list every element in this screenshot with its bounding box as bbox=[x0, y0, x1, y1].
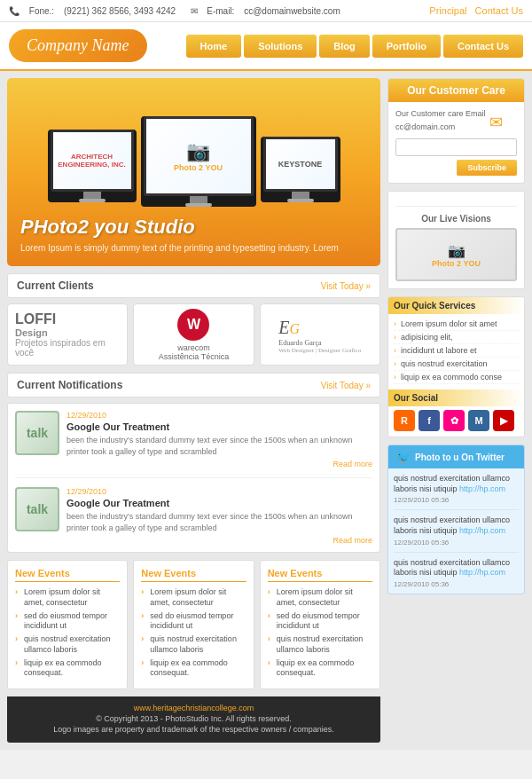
tweet-link-2[interactable]: http://hp.com bbox=[459, 568, 505, 577]
hero-title: PHoto2 you Studio bbox=[20, 216, 367, 239]
principal-link[interactable]: Principal bbox=[429, 5, 466, 16]
rss-icon[interactable]: R bbox=[394, 410, 415, 431]
events-row: New Events Lorem ipsum dolor sit amet, c… bbox=[7, 560, 380, 689]
footer-copyright: © Copyright 2013 - PhotoStudio Inc. All … bbox=[14, 714, 373, 723]
nav-portfolio[interactable]: Portfolio bbox=[372, 35, 441, 58]
quick-services-list: Lorem ipsum dolor sit amet adipisicing e… bbox=[388, 318, 524, 384]
company-logo: Company Name bbox=[9, 29, 147, 62]
event-col-2: New Events Lorem ipsum dolor sit amet, c… bbox=[133, 560, 254, 689]
monitor-stand-right bbox=[292, 192, 309, 199]
event-item-1-3: liquip ex ea commodo consequat. bbox=[15, 658, 120, 679]
notif-bar: Current Notifications Visit Today bbox=[7, 373, 380, 397]
monitor-right: KEYSTONE bbox=[261, 137, 340, 202]
nav-home[interactable]: Home bbox=[186, 35, 242, 58]
facebook-icon[interactable]: f bbox=[419, 410, 440, 431]
email-icon-envelope: ✉ bbox=[489, 113, 503, 132]
notif-date-2: 12/29/2010 bbox=[66, 487, 372, 496]
twitter-title: Photo to u On Twitter bbox=[415, 452, 505, 462]
notif-text-2: been the industry's standard dummy text … bbox=[66, 511, 372, 533]
tweet-text-2: quis nostrud exercitation ullamco labori… bbox=[394, 558, 519, 578]
flickr-icon[interactable]: ✿ bbox=[443, 410, 465, 431]
customer-care-panel: Our Customer Care Our Customer care Emai… bbox=[387, 78, 525, 184]
email-subscribe-input[interactable] bbox=[395, 138, 517, 156]
twitter-panel: 🐦 Photo to u On Twitter quis nostrud exe… bbox=[387, 445, 525, 594]
notif-title-1: Google Our Treatment bbox=[66, 421, 372, 432]
clients-grid: LOFFI Design Projetos inspirados em você… bbox=[7, 303, 380, 366]
clients-visit-link[interactable]: Visit Today bbox=[321, 281, 371, 291]
live-visions-body: Our Live Visions 📷 Photo 2 YOU bbox=[388, 192, 524, 288]
twitter-header: 🐦 Photo to u On Twitter bbox=[388, 445, 524, 468]
read-more-1[interactable]: Read more bbox=[66, 460, 372, 468]
live-visions-panel: Our Live Visions 📷 Photo 2 YOU bbox=[387, 191, 525, 289]
screen-content-left: ARCHITECHENGINEERING, INC. bbox=[53, 132, 131, 189]
tweet-link-0[interactable]: http://hp.com bbox=[459, 484, 505, 493]
twitter-bird-icon: 🐦 bbox=[395, 450, 411, 464]
contact-link[interactable]: Contact Us bbox=[475, 5, 523, 16]
customer-care-body: Our Customer care Email cc@domain.com ✉ … bbox=[388, 102, 524, 183]
event-title-3: New Events bbox=[268, 568, 372, 582]
client-ware-content: W warecom Assistência Técnica bbox=[159, 309, 229, 361]
clients-bar: Current Clients Visit Today bbox=[7, 273, 380, 298]
monitor-base-right bbox=[287, 199, 314, 202]
client-loffi: LOFFI Design Projetos inspirados em você bbox=[7, 303, 128, 366]
tweet-link-1[interactable]: http://hp.com bbox=[459, 526, 505, 535]
email-address: cc@domainwebsite.com bbox=[244, 6, 340, 16]
myspace-icon[interactable]: M bbox=[468, 410, 489, 431]
tweet-date-2: 12/29/2010 05:36 bbox=[394, 580, 519, 588]
notif-list: talk 12/29/2010 Google Our Treatment bee… bbox=[7, 403, 380, 553]
ware-sub: Assistência Técnica bbox=[159, 352, 229, 361]
tweet-0: quis nostrud exercitation ullamco labori… bbox=[394, 474, 519, 510]
nav-solutions[interactable]: Solutions bbox=[244, 35, 317, 58]
notif-content-1: 12/29/2010 Google Our Treatment been the… bbox=[66, 411, 372, 468]
monitor-base-left bbox=[79, 199, 106, 202]
event-title-1: New Events bbox=[15, 568, 120, 582]
quick-item-4: liquip ex ea commodo conse bbox=[394, 371, 519, 384]
notif-icon-2: talk bbox=[15, 487, 59, 531]
notif-visit-link[interactable]: Visit Today bbox=[321, 381, 371, 390]
footer-website-link[interactable]: www.heritagechristiancollege.com bbox=[134, 704, 254, 712]
monitor-stand-left bbox=[83, 192, 101, 199]
screen-logo-architech: ARCHITECHENGINEERING, INC. bbox=[58, 153, 125, 169]
event-item-2-2: quis nostrud exercitation ullamco labori… bbox=[141, 634, 246, 655]
phone-label: Fone.: bbox=[29, 6, 54, 16]
tweet-text-0: quis nostrud exercitation ullamco labori… bbox=[394, 474, 519, 494]
tweet-1: quis nostrud exercitation ullamco labori… bbox=[394, 515, 519, 552]
contact-info: 📞 Fone.: (9221) 362 8566, 3493 4242 ✉ E-… bbox=[9, 6, 348, 16]
event-item-1-0: Lorem ipsum dolor sit amet, consectetur bbox=[15, 587, 120, 608]
footer-trademark: Logo images are property and trademark o… bbox=[14, 725, 373, 734]
main-wrapper: ARCHITECHENGINEERING, INC. 📷 Photo 2 YOU bbox=[0, 71, 532, 750]
left-column: ARCHITECHENGINEERING, INC. 📷 Photo 2 YOU bbox=[7, 78, 380, 743]
monitor-left: ARCHITECHENGINEERING, INC. bbox=[48, 130, 137, 202]
top-bar: 📞 Fone.: (9221) 362 8566, 3493 4242 ✉ E-… bbox=[0, 0, 532, 22]
event-item-1-1: sed do eiusmod tempor incididunt ut bbox=[15, 611, 120, 632]
quick-services-panel: Our Quick Services Lorem ipsum dolor sit… bbox=[387, 296, 525, 437]
client-eg-text: EG Eduardo Garça Web Designer | Designer… bbox=[278, 316, 361, 354]
read-more-2[interactable]: Read more bbox=[66, 536, 372, 545]
subscribe-row: Subscribe bbox=[395, 138, 517, 176]
hero-monitors: ARCHITECHENGINEERING, INC. 📷 Photo 2 YOU bbox=[20, 91, 367, 207]
screen-center: 📷 Photo 2 YOU bbox=[144, 116, 254, 196]
event-item-2-0: Lorem ipsum dolor sit amet, consectetur bbox=[141, 587, 246, 608]
monitor-center: 📷 Photo 2 YOU bbox=[141, 116, 256, 207]
subscribe-button[interactable]: Subscribe bbox=[457, 160, 517, 176]
quick-item-1: adipisicing elit, bbox=[394, 331, 519, 344]
nav-blog[interactable]: Blog bbox=[319, 35, 369, 58]
event-item-3-3: liquip ex ea commodo consequat. bbox=[268, 658, 372, 679]
logo-nav-bar: Company Name Home Solutions Blog Portfol… bbox=[0, 22, 532, 71]
quick-item-2: incididunt ut labore et bbox=[394, 344, 519, 358]
care-text: Our Customer care Email bbox=[395, 109, 486, 118]
screen-left: ARCHITECHENGINEERING, INC. bbox=[51, 130, 134, 192]
ware-circle: W bbox=[177, 309, 209, 341]
client-eg: EG Eduardo Garça Web Designer | Designer… bbox=[260, 303, 380, 366]
client-loffi-name: LOFFI Design Projetos inspirados em você bbox=[15, 311, 120, 358]
monitor-stand-center bbox=[190, 196, 207, 203]
notif-text-1: been the industry's standard dummy text … bbox=[66, 435, 372, 457]
notif-item-2: talk 12/29/2010 Google Our Treatment bee… bbox=[15, 487, 372, 545]
email-icon: ✉ bbox=[191, 6, 198, 16]
quick-services-header: Our Quick Services bbox=[388, 297, 524, 314]
social-icons: R f ✿ M ▶ bbox=[388, 410, 524, 437]
nav-contact[interactable]: Contact Us bbox=[443, 35, 523, 58]
youtube-icon[interactable]: ▶ bbox=[493, 410, 514, 431]
notif-date-1: 12/29/2010 bbox=[66, 411, 372, 420]
customer-care-header: Our Customer Care bbox=[388, 79, 524, 102]
